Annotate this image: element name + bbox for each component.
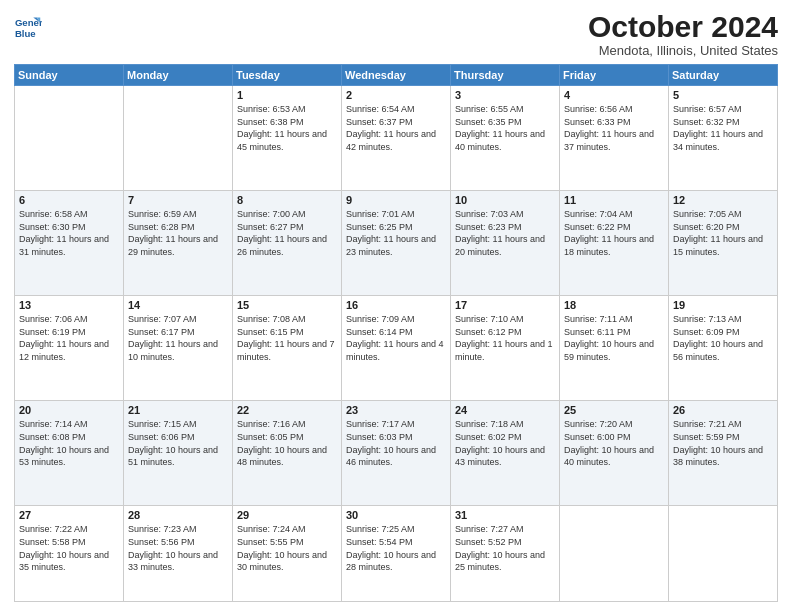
day-detail: Sunrise: 6:54 AM Sunset: 6:37 PM Dayligh… (346, 103, 446, 153)
col-saturday: Saturday (669, 65, 778, 86)
day-number: 23 (346, 404, 446, 416)
day-number: 20 (19, 404, 119, 416)
logo-icon: General Blue (14, 14, 42, 42)
day-number: 9 (346, 194, 446, 206)
table-row: 27Sunrise: 7:22 AM Sunset: 5:58 PM Dayli… (15, 506, 124, 602)
day-detail: Sunrise: 6:58 AM Sunset: 6:30 PM Dayligh… (19, 208, 119, 258)
table-row: 31Sunrise: 7:27 AM Sunset: 5:52 PM Dayli… (451, 506, 560, 602)
table-row: 6Sunrise: 6:58 AM Sunset: 6:30 PM Daylig… (15, 191, 124, 296)
day-detail: Sunrise: 7:10 AM Sunset: 6:12 PM Dayligh… (455, 313, 555, 363)
day-detail: Sunrise: 7:23 AM Sunset: 5:56 PM Dayligh… (128, 523, 228, 573)
table-row: 11Sunrise: 7:04 AM Sunset: 6:22 PM Dayli… (560, 191, 669, 296)
day-detail: Sunrise: 6:57 AM Sunset: 6:32 PM Dayligh… (673, 103, 773, 153)
day-detail: Sunrise: 7:05 AM Sunset: 6:20 PM Dayligh… (673, 208, 773, 258)
col-wednesday: Wednesday (342, 65, 451, 86)
col-monday: Monday (124, 65, 233, 86)
col-sunday: Sunday (15, 65, 124, 86)
calendar-week-1: 1Sunrise: 6:53 AM Sunset: 6:38 PM Daylig… (15, 86, 778, 191)
day-detail: Sunrise: 7:27 AM Sunset: 5:52 PM Dayligh… (455, 523, 555, 573)
day-detail: Sunrise: 6:56 AM Sunset: 6:33 PM Dayligh… (564, 103, 664, 153)
day-detail: Sunrise: 7:24 AM Sunset: 5:55 PM Dayligh… (237, 523, 337, 573)
day-detail: Sunrise: 7:04 AM Sunset: 6:22 PM Dayligh… (564, 208, 664, 258)
day-number: 16 (346, 299, 446, 311)
day-number: 27 (19, 509, 119, 521)
table-row: 10Sunrise: 7:03 AM Sunset: 6:23 PM Dayli… (451, 191, 560, 296)
calendar-week-2: 6Sunrise: 6:58 AM Sunset: 6:30 PM Daylig… (15, 191, 778, 296)
day-number: 18 (564, 299, 664, 311)
table-row: 4Sunrise: 6:56 AM Sunset: 6:33 PM Daylig… (560, 86, 669, 191)
day-detail: Sunrise: 7:22 AM Sunset: 5:58 PM Dayligh… (19, 523, 119, 573)
col-friday: Friday (560, 65, 669, 86)
location: Mendota, Illinois, United States (588, 43, 778, 58)
month-title: October 2024 (588, 10, 778, 43)
table-row: 2Sunrise: 6:54 AM Sunset: 6:37 PM Daylig… (342, 86, 451, 191)
day-number: 14 (128, 299, 228, 311)
header: General Blue October 2024 Mendota, Illin… (14, 10, 778, 58)
day-detail: Sunrise: 7:21 AM Sunset: 5:59 PM Dayligh… (673, 418, 773, 468)
day-number: 30 (346, 509, 446, 521)
svg-text:Blue: Blue (15, 28, 36, 39)
day-number: 5 (673, 89, 773, 101)
day-detail: Sunrise: 7:18 AM Sunset: 6:02 PM Dayligh… (455, 418, 555, 468)
table-row: 25Sunrise: 7:20 AM Sunset: 6:00 PM Dayli… (560, 401, 669, 506)
day-detail: Sunrise: 7:15 AM Sunset: 6:06 PM Dayligh… (128, 418, 228, 468)
day-number: 2 (346, 89, 446, 101)
day-number: 28 (128, 509, 228, 521)
day-detail: Sunrise: 7:20 AM Sunset: 6:00 PM Dayligh… (564, 418, 664, 468)
table-row: 20Sunrise: 7:14 AM Sunset: 6:08 PM Dayli… (15, 401, 124, 506)
table-row (560, 506, 669, 602)
table-row: 16Sunrise: 7:09 AM Sunset: 6:14 PM Dayli… (342, 296, 451, 401)
table-row: 9Sunrise: 7:01 AM Sunset: 6:25 PM Daylig… (342, 191, 451, 296)
day-number: 11 (564, 194, 664, 206)
day-number: 26 (673, 404, 773, 416)
day-number: 10 (455, 194, 555, 206)
table-row: 15Sunrise: 7:08 AM Sunset: 6:15 PM Dayli… (233, 296, 342, 401)
day-number: 1 (237, 89, 337, 101)
table-row: 13Sunrise: 7:06 AM Sunset: 6:19 PM Dayli… (15, 296, 124, 401)
day-detail: Sunrise: 7:07 AM Sunset: 6:17 PM Dayligh… (128, 313, 228, 363)
day-detail: Sunrise: 7:03 AM Sunset: 6:23 PM Dayligh… (455, 208, 555, 258)
day-detail: Sunrise: 7:11 AM Sunset: 6:11 PM Dayligh… (564, 313, 664, 363)
table-row: 28Sunrise: 7:23 AM Sunset: 5:56 PM Dayli… (124, 506, 233, 602)
table-row: 17Sunrise: 7:10 AM Sunset: 6:12 PM Dayli… (451, 296, 560, 401)
day-detail: Sunrise: 7:00 AM Sunset: 6:27 PM Dayligh… (237, 208, 337, 258)
day-detail: Sunrise: 7:01 AM Sunset: 6:25 PM Dayligh… (346, 208, 446, 258)
table-row: 1Sunrise: 6:53 AM Sunset: 6:38 PM Daylig… (233, 86, 342, 191)
calendar-week-4: 20Sunrise: 7:14 AM Sunset: 6:08 PM Dayli… (15, 401, 778, 506)
day-number: 12 (673, 194, 773, 206)
table-row: 14Sunrise: 7:07 AM Sunset: 6:17 PM Dayli… (124, 296, 233, 401)
day-number: 24 (455, 404, 555, 416)
table-row: 26Sunrise: 7:21 AM Sunset: 5:59 PM Dayli… (669, 401, 778, 506)
calendar-week-5: 27Sunrise: 7:22 AM Sunset: 5:58 PM Dayli… (15, 506, 778, 602)
day-detail: Sunrise: 7:14 AM Sunset: 6:08 PM Dayligh… (19, 418, 119, 468)
day-detail: Sunrise: 7:17 AM Sunset: 6:03 PM Dayligh… (346, 418, 446, 468)
table-row (124, 86, 233, 191)
table-row: 22Sunrise: 7:16 AM Sunset: 6:05 PM Dayli… (233, 401, 342, 506)
calendar-header: Sunday Monday Tuesday Wednesday Thursday… (15, 65, 778, 86)
day-number: 4 (564, 89, 664, 101)
table-row: 18Sunrise: 7:11 AM Sunset: 6:11 PM Dayli… (560, 296, 669, 401)
day-number: 21 (128, 404, 228, 416)
calendar-table: Sunday Monday Tuesday Wednesday Thursday… (14, 64, 778, 602)
day-number: 8 (237, 194, 337, 206)
table-row: 8Sunrise: 7:00 AM Sunset: 6:27 PM Daylig… (233, 191, 342, 296)
day-number: 31 (455, 509, 555, 521)
table-row: 29Sunrise: 7:24 AM Sunset: 5:55 PM Dayli… (233, 506, 342, 602)
table-row: 12Sunrise: 7:05 AM Sunset: 6:20 PM Dayli… (669, 191, 778, 296)
day-detail: Sunrise: 7:09 AM Sunset: 6:14 PM Dayligh… (346, 313, 446, 363)
table-row: 23Sunrise: 7:17 AM Sunset: 6:03 PM Dayli… (342, 401, 451, 506)
title-block: October 2024 Mendota, Illinois, United S… (588, 10, 778, 58)
calendar-body: 1Sunrise: 6:53 AM Sunset: 6:38 PM Daylig… (15, 86, 778, 602)
table-row: 19Sunrise: 7:13 AM Sunset: 6:09 PM Dayli… (669, 296, 778, 401)
table-row (669, 506, 778, 602)
table-row: 21Sunrise: 7:15 AM Sunset: 6:06 PM Dayli… (124, 401, 233, 506)
table-row: 7Sunrise: 6:59 AM Sunset: 6:28 PM Daylig… (124, 191, 233, 296)
day-detail: Sunrise: 6:59 AM Sunset: 6:28 PM Dayligh… (128, 208, 228, 258)
table-row: 5Sunrise: 6:57 AM Sunset: 6:32 PM Daylig… (669, 86, 778, 191)
day-detail: Sunrise: 7:25 AM Sunset: 5:54 PM Dayligh… (346, 523, 446, 573)
day-number: 19 (673, 299, 773, 311)
col-thursday: Thursday (451, 65, 560, 86)
day-number: 29 (237, 509, 337, 521)
table-row: 3Sunrise: 6:55 AM Sunset: 6:35 PM Daylig… (451, 86, 560, 191)
table-row: 30Sunrise: 7:25 AM Sunset: 5:54 PM Dayli… (342, 506, 451, 602)
